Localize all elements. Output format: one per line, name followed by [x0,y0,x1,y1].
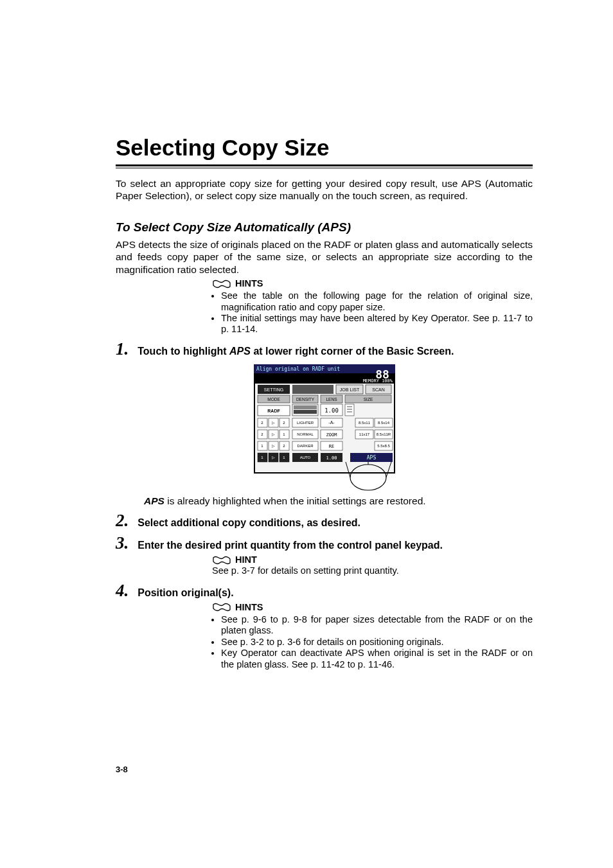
step-1-pre: Touch to highlight [138,346,229,357]
hint-block-2: HINT See p. 3-7 for details on setting p… [212,554,533,577]
shot-a-dash[interactable]: -A- [328,420,335,425]
step-1: 1. Touch to highlight APS at lower right… [116,341,533,358]
hints3-item-1: See p. 3-2 to p. 3-6 for details on posi… [221,637,533,648]
hints1-item-1: The initial settings may have been alter… [221,313,533,335]
shot-lens-bottom: 1.00 [326,456,337,461]
hints-header: HINTS [212,278,533,289]
shot-big-number: 88 [375,368,389,381]
page-title: Selecting Copy Size [116,135,533,161]
step-1-post: at lower right corner of the Basic Scree… [251,346,454,357]
hints-icon [212,279,231,289]
shot-lens-100: 1.00 [324,407,339,414]
hints3-item-0: See p. 9-6 to p. 9-8 for paper sizes det… [221,614,533,637]
title-rule-thin [116,168,533,168]
shot-tray5[interactable]: 5.5x8.5 [377,444,390,448]
step-3-text: Enter the desired print quantity from th… [138,540,443,551]
shot-aps-button[interactable]: APS [366,455,376,461]
title-rule-thick [116,164,533,166]
step-2: 2. Select additional copy conditions, as… [116,512,533,529]
svg-text:▷: ▷ [271,444,274,448]
shot-zoom[interactable]: ZOOM [326,432,337,438]
page-number: 3-8 [116,765,128,774]
step-1-aps: APS [229,346,251,357]
svg-rect-4 [292,385,333,394]
svg-text:▷: ▷ [271,421,274,425]
hint2-label: HINT [235,554,257,565]
shot-tray2[interactable]: 8.5x14 [377,421,389,425]
svg-rect-39 [294,410,317,414]
shot-joblist[interactable]: JOB LIST [339,387,359,392]
shot-col-lens: LENS [326,397,337,402]
shot-tray3[interactable]: 11x17 [359,432,369,436]
svg-rect-49 [345,404,354,416]
shot-radf[interactable]: RADF [267,409,280,413]
shot-tray4[interactable]: 8.5x11R [376,432,391,436]
shot-col-mode: MODE [267,397,280,402]
section-body: APS detects the size of originals placed… [116,238,533,276]
shot-darker[interactable]: DARKER [297,444,314,448]
shot-mode-row-3[interactable]: 1 ▷ 2 [258,441,289,450]
step-4: 4. Position original(s). [116,582,533,599]
shot-mode-row-2[interactable]: 2 ▷ 1 [258,430,289,439]
hints1-item-0: See the table on the following page for … [221,290,533,313]
shot-re[interactable]: RE [328,444,333,449]
after-shot-rest: is already highlighted when the initial … [164,495,426,506]
after-shot-aps: APS [144,495,164,506]
hints3-label: HINTS [235,602,263,613]
svg-rect-38 [294,405,317,409]
hints-block-3: HINTS See p. 9-6 to p. 9-8 for paper siz… [212,602,533,670]
hints-icon [212,602,231,612]
shot-auto[interactable]: AUTO [299,456,310,459]
device-screenshot: Align original on RADF unit MEMORY 100% … [254,364,395,493]
step-1-text: Touch to highlight APS at lower right co… [138,346,454,357]
intro-paragraph: To select an appropriate copy size for g… [116,177,533,202]
shot-mode-row-4[interactable]: 1 ▷ 1 [258,453,289,462]
step-3-number: 3. [116,535,129,552]
step-4-text: Position original(s). [138,587,233,598]
shot-setting-tab[interactable]: SETTING [263,387,283,392]
hints-icon [212,555,231,565]
step-2-text: Select additional copy conditions, as de… [138,517,360,528]
section-heading: To Select Copy Size Automatically (APS) [116,220,533,235]
shot-status: Align original on RADF unit [256,366,340,372]
hints-block-1: HINTS See the table on the following pag… [212,278,533,335]
hints3-item-2: Key Operator can deactivate APS when ori… [221,648,533,670]
shot-lighter[interactable]: LIGHTER [296,421,314,425]
shot-mode-row-1[interactable]: 2 ▷ 2 [258,418,289,427]
shot-tray1[interactable]: 8.5x11 [358,421,370,425]
step-1-number: 1. [116,341,129,358]
shot-normal[interactable]: NORMAL [297,432,314,436]
svg-text:▷: ▷ [271,456,274,459]
step-2-number: 2. [116,512,129,529]
hints-label: HINTS [235,278,263,289]
hint2-header: HINT [212,554,533,565]
svg-text:▷: ▷ [271,432,274,436]
hints3-header: HINTS [212,602,533,613]
step-3: 3. Enter the desired print quantity from… [116,535,533,552]
shot-col-size: SIZE [363,397,373,402]
step-4-number: 4. [116,582,129,599]
shot-col-density: DENSITY [296,397,314,402]
hint2-text: See p. 3-7 for details on setting print … [212,565,533,576]
after-screenshot-note: APS is already highlighted when the init… [144,495,533,507]
shot-scan[interactable]: SCAN [372,387,384,392]
